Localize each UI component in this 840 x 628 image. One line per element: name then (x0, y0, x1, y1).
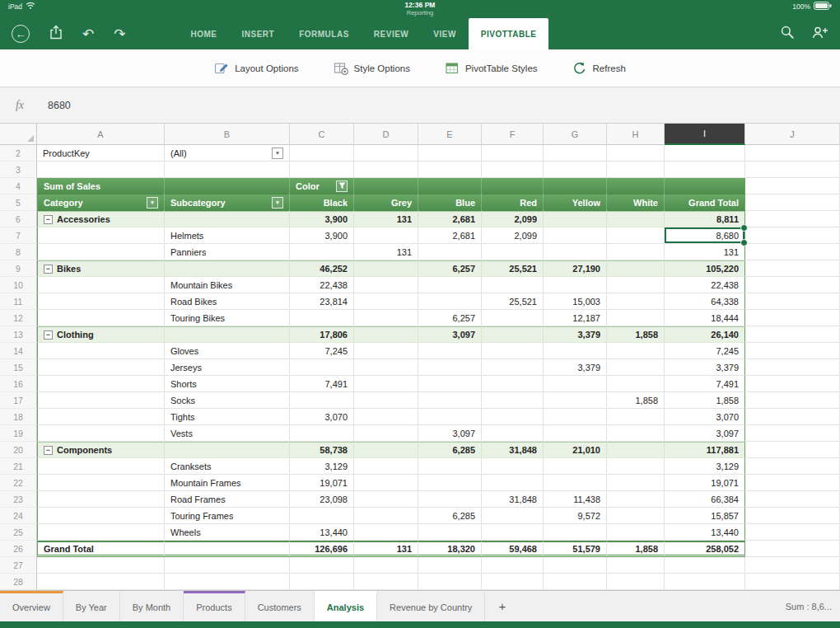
select-all-corner[interactable] (0, 124, 37, 145)
cell-G22[interactable] (544, 475, 607, 491)
cell-C13[interactable]: 17,806 (290, 326, 354, 343)
cell-J20[interactable] (745, 442, 840, 458)
cell-A27[interactable] (37, 557, 165, 574)
cell-J6[interactable] (745, 211, 840, 227)
cell-H17[interactable]: 1,858 (607, 392, 665, 409)
column-header-G[interactable]: G (544, 124, 607, 145)
cell-H5[interactable]: White (607, 194, 665, 211)
cell-E27[interactable] (418, 557, 482, 574)
cell-J19[interactable] (745, 425, 840, 442)
collapse-icon[interactable]: − (44, 446, 53, 455)
cell-A3[interactable] (37, 162, 165, 178)
row-header-20[interactable]: 20 (0, 442, 37, 458)
cell-F11[interactable]: 25,521 (482, 293, 544, 310)
cell-I13[interactable]: 26,140 (665, 326, 745, 343)
refresh-button[interactable]: Refresh (572, 61, 626, 76)
cell-J22[interactable] (745, 475, 840, 491)
cell-H10[interactable] (607, 277, 665, 293)
cell-D22[interactable] (354, 475, 418, 491)
formula-input[interactable]: 8680 (40, 100, 71, 111)
cell-H15[interactable] (607, 359, 665, 376)
row-header-13[interactable]: 13 (0, 326, 37, 343)
row-header-22[interactable]: 22 (0, 475, 37, 491)
cell-A7[interactable] (37, 227, 165, 244)
cell-F4[interactable] (482, 178, 544, 194)
cell-A22[interactable] (37, 475, 165, 491)
cell-G7[interactable] (544, 227, 607, 244)
cell-J9[interactable] (745, 260, 840, 277)
sheet-tab-products[interactable]: Products (184, 591, 245, 621)
cell-D26[interactable]: 131 (354, 541, 418, 557)
cell-B20[interactable] (165, 442, 290, 458)
cell-H3[interactable] (607, 162, 665, 178)
cell-J27[interactable] (745, 557, 840, 574)
cell-A16[interactable] (37, 376, 165, 392)
cell-C9[interactable]: 46,252 (290, 260, 354, 277)
sheet-tab-revenue-by-country[interactable]: Revenue by Country (377, 591, 485, 621)
cell-D7[interactable] (354, 227, 418, 244)
cell-E25[interactable] (418, 524, 482, 541)
row-header-17[interactable]: 17 (0, 392, 37, 409)
cell-J7[interactable] (745, 227, 840, 244)
cell-D5[interactable]: Grey (354, 194, 418, 211)
cell-I8[interactable]: 131 (665, 244, 745, 260)
cell-J2[interactable] (745, 145, 840, 162)
dropdown-icon[interactable]: ▼ (147, 197, 158, 209)
cell-B2[interactable]: (All)▼ (165, 145, 290, 162)
cell-A12[interactable] (37, 310, 165, 326)
cell-J14[interactable] (745, 343, 840, 359)
cell-J11[interactable] (745, 293, 840, 310)
cell-D17[interactable] (354, 392, 418, 409)
cell-H6[interactable] (607, 211, 665, 227)
cell-I3[interactable] (665, 162, 745, 178)
row-header-25[interactable]: 25 (0, 524, 37, 541)
cell-H9[interactable] (607, 260, 665, 277)
cell-E6[interactable]: 2,681 (418, 211, 482, 227)
sheet-tab-by-year[interactable]: By Year (63, 591, 120, 621)
search-button[interactable] (780, 25, 795, 43)
cell-D4[interactable] (354, 178, 418, 194)
cell-I4[interactable] (665, 178, 745, 194)
cell-B10[interactable]: Mountain Bikes (165, 277, 290, 293)
cell-G24[interactable]: 9,572 (544, 508, 607, 524)
cell-E5[interactable]: Blue (418, 194, 482, 211)
cell-E15[interactable] (418, 359, 482, 376)
sheet-tab-customers[interactable]: Customers (245, 591, 315, 621)
cell-F26[interactable]: 59,468 (482, 541, 544, 557)
cell-J3[interactable] (745, 162, 840, 178)
cell-G13[interactable]: 3,379 (544, 326, 607, 343)
cell-F19[interactable] (482, 425, 544, 442)
cell-B19[interactable]: Vests (165, 425, 290, 442)
style-options-button[interactable]: Style Options (334, 61, 410, 76)
cell-D9[interactable] (354, 260, 418, 277)
cell-B17[interactable]: Socks (165, 392, 290, 409)
cell-D25[interactable] (354, 524, 418, 541)
cell-A28[interactable] (37, 574, 165, 590)
cell-J8[interactable] (745, 244, 840, 260)
cell-F15[interactable] (482, 359, 544, 376)
cell-H23[interactable] (607, 491, 665, 508)
row-header-2[interactable]: 2 (0, 145, 37, 162)
cell-B18[interactable]: Tights (165, 409, 290, 425)
row-header-6[interactable]: 6 (0, 211, 37, 227)
ribbon-tab-formulas[interactable]: FORMULAS (287, 18, 362, 49)
cell-A26[interactable]: Grand Total (37, 541, 165, 557)
cell-G16[interactable] (544, 376, 607, 392)
cell-F22[interactable] (482, 475, 544, 491)
cell-J23[interactable] (745, 491, 840, 508)
cell-D15[interactable] (354, 359, 418, 376)
cell-F7[interactable]: 2,099 (482, 227, 544, 244)
cell-H18[interactable] (607, 409, 665, 425)
cell-E20[interactable]: 6,285 (418, 442, 482, 458)
cell-A6[interactable]: −Accessories (37, 211, 165, 227)
row-header-28[interactable]: 28 (0, 574, 37, 590)
cell-D21[interactable] (354, 458, 418, 475)
ribbon-tab-view[interactable]: VIEW (421, 18, 469, 49)
cell-C8[interactable] (290, 244, 354, 260)
cell-D11[interactable] (354, 293, 418, 310)
cell-E12[interactable]: 6,257 (418, 310, 482, 326)
cell-D19[interactable] (354, 425, 418, 442)
cell-G25[interactable] (544, 524, 607, 541)
collapse-icon[interactable]: − (44, 330, 53, 340)
row-header-26[interactable]: 26 (0, 541, 37, 557)
